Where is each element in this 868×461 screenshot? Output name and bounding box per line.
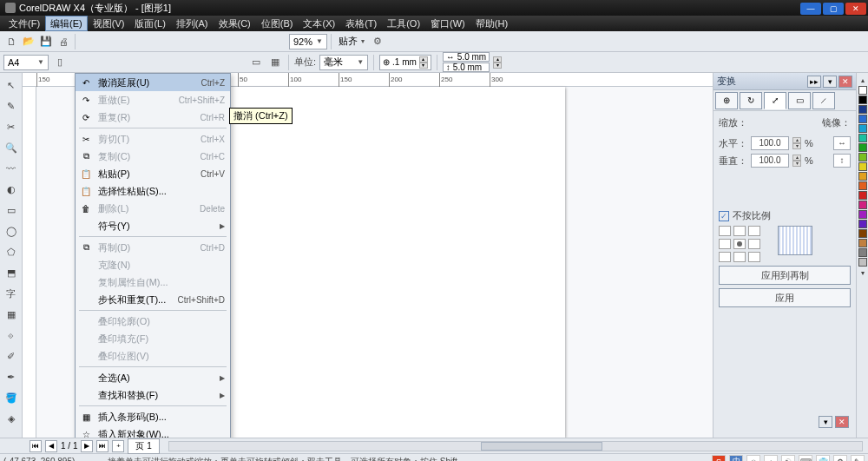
nudge-spinner[interactable]: ⊕ .1 mm▴▾ — [379, 55, 431, 70]
portrait-button[interactable]: ▯ — [52, 55, 68, 70]
freehand-tool[interactable]: 〰 — [3, 160, 20, 177]
mirror-h-button[interactable]: ↔ — [833, 136, 851, 150]
zoom-tool[interactable]: 🔍 — [3, 139, 20, 156]
interactive-fill-tool[interactable]: ◈ — [3, 410, 20, 427]
minimize-button[interactable]: — — [800, 3, 821, 15]
color-swatch[interactable] — [858, 95, 867, 104]
color-swatch[interactable] — [858, 210, 867, 219]
add-page-button[interactable]: + — [112, 440, 124, 452]
color-swatch[interactable] — [858, 124, 867, 133]
tray-icon-2[interactable]: ♪ — [764, 455, 778, 462]
first-page-button[interactable]: ⏮ — [30, 440, 42, 452]
menu-item[interactable]: 全选(A)▶ — [76, 369, 230, 386]
tab-size[interactable]: ▭ — [788, 92, 811, 109]
polygon-tool[interactable]: ⬠ — [3, 243, 20, 260]
color-swatch[interactable] — [858, 201, 867, 209]
smartfill-tool[interactable]: ◐ — [3, 181, 20, 198]
pick-tool[interactable]: ↖ — [3, 76, 20, 94]
menu-layout[interactable]: 版面(L) — [129, 16, 170, 31]
page-tab-1[interactable]: 页 1 — [128, 438, 159, 454]
menu-item[interactable]: 查找和替换(F)▶ — [76, 386, 230, 404]
menu-item[interactable]: ☆插入新对象(W)... — [76, 425, 230, 438]
menu-item[interactable]: 📋选择性粘贴(S)... — [76, 182, 230, 200]
tab-position[interactable]: ⊕ — [715, 92, 738, 109]
color-swatch[interactable] — [858, 134, 867, 142]
dup-y-spinner[interactable]: ↕ 5.0 mm — [443, 63, 490, 72]
menu-item[interactable]: ▦插入条形码(B)... — [76, 408, 230, 425]
last-page-button[interactable]: ⏭ — [96, 440, 108, 452]
tray-icon-7[interactable]: ✎ — [851, 455, 865, 462]
color-swatch[interactable] — [858, 105, 867, 114]
shape-tool[interactable]: ✎ — [3, 97, 20, 115]
menu-item[interactable]: 步长和重复(T)...Ctrl+Shift+D — [76, 291, 230, 308]
text-tool[interactable]: 字 — [3, 285, 20, 302]
vertical-ruler[interactable] — [23, 87, 36, 438]
tray-icon-3[interactable]: ☯ — [781, 455, 795, 462]
docker-collapse-button[interactable]: ▸▸ — [807, 76, 821, 88]
basic-shapes-tool[interactable]: ⬒ — [3, 264, 20, 281]
menu-item[interactable]: 符号(Y)▶ — [76, 217, 230, 234]
color-swatch[interactable] — [858, 162, 867, 171]
menu-arrange[interactable]: 排列(A) — [171, 16, 214, 31]
color-swatch[interactable] — [858, 172, 867, 181]
save-button[interactable]: 💾 — [38, 34, 54, 49]
rectangle-tool[interactable]: ▭ — [3, 201, 20, 219]
options-button[interactable]: ⚙ — [370, 34, 385, 49]
tray-icon-4[interactable]: ⌨ — [799, 455, 812, 462]
outline-tool[interactable]: ✒ — [3, 368, 20, 385]
anchor-grid[interactable] — [719, 226, 760, 262]
menu-item[interactable]: ↶撤消延展(U)Ctrl+Z — [76, 74, 230, 91]
crop-tool[interactable]: ✂ — [3, 118, 20, 135]
tray-icon-6[interactable]: ⚙ — [833, 455, 847, 462]
paper-size-combo[interactable]: A4▼ — [3, 55, 49, 70]
color-swatch[interactable] — [858, 258, 867, 267]
palette-up[interactable]: ▴ — [854, 75, 869, 85]
color-swatch[interactable] — [858, 143, 867, 152]
h-value-input[interactable]: 100.0 — [751, 136, 789, 150]
docker-menu-button[interactable]: ▾ — [823, 76, 837, 88]
ellipse-tool[interactable]: ◯ — [3, 222, 20, 240]
palette-down[interactable]: ▾ — [854, 267, 869, 278]
prev-page-button[interactable]: ◀ — [45, 440, 57, 452]
color-swatch[interactable] — [858, 181, 867, 190]
snap-menu[interactable]: 贴齐 ▾ — [335, 34, 368, 49]
tab-skew[interactable]: ⟋ — [812, 92, 835, 109]
color-swatch[interactable] — [858, 115, 867, 123]
tray-icon-5[interactable]: 👕 — [816, 455, 830, 462]
maximize-button[interactable]: ▢ — [823, 3, 844, 15]
unit-combo[interactable]: 毫米▼ — [319, 55, 368, 70]
zoom-combo[interactable]: 92%▼ — [289, 34, 327, 49]
close-button[interactable]: ✕ — [845, 3, 866, 15]
v-value-input[interactable]: 100.0 — [751, 154, 789, 168]
color-swatch[interactable] — [858, 239, 867, 247]
new-button[interactable]: 🗋 — [3, 34, 19, 49]
landscape-button[interactable]: ▭ — [248, 55, 264, 70]
color-swatch[interactable] — [858, 248, 867, 257]
menu-text[interactable]: 文本(X) — [298, 16, 340, 31]
eyedropper-tool[interactable]: ✐ — [3, 347, 20, 365]
menu-bitmap[interactable]: 位图(B) — [256, 16, 299, 31]
color-swatch[interactable] — [858, 86, 867, 95]
layout-button[interactable]: ▦ — [267, 55, 283, 70]
menu-view[interactable]: 视图(V) — [88, 16, 130, 31]
ime-lang[interactable]: 中 — [729, 455, 743, 462]
apply-button[interactable]: 应用 — [719, 288, 851, 307]
table-tool[interactable]: ▦ — [3, 306, 20, 323]
docker-close-button[interactable]: ✕ — [838, 76, 852, 88]
menu-edit[interactable]: 编辑(E) — [45, 16, 88, 31]
page-canvas[interactable] — [205, 87, 565, 438]
open-button[interactable]: 📂 — [21, 34, 36, 49]
nav-window-button[interactable]: ▾ — [819, 416, 832, 428]
menu-effects[interactable]: 效果(C) — [214, 16, 256, 31]
color-swatch[interactable] — [858, 220, 867, 228]
color-swatch[interactable] — [858, 153, 867, 161]
tab-scale[interactable]: ⤢ — [764, 92, 786, 109]
mirror-v-button[interactable]: ↕ — [833, 154, 851, 168]
menu-file[interactable]: 文件(F) — [3, 16, 45, 31]
menu-tools[interactable]: 工具(O) — [382, 16, 425, 31]
ime-toggle[interactable]: S — [712, 455, 726, 462]
keep-ratio-checkbox[interactable]: ✓ — [719, 211, 729, 221]
menu-window[interactable]: 窗口(W) — [425, 16, 470, 31]
color-swatch[interactable] — [858, 191, 867, 200]
print-button[interactable]: 🖨 — [56, 34, 71, 49]
